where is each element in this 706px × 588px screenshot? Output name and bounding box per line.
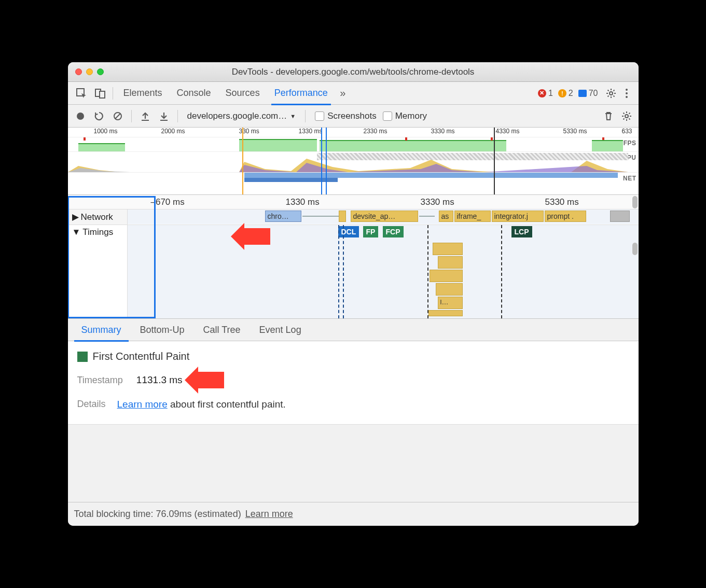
download-icon[interactable] bbox=[156, 108, 172, 124]
divider bbox=[131, 110, 132, 122]
svg-line-9 bbox=[115, 114, 120, 119]
svg-rect-2 bbox=[100, 91, 105, 98]
minimize-window-button[interactable] bbox=[86, 68, 93, 75]
task-block[interactable] bbox=[430, 270, 463, 282]
chevron-down-icon: ▼ bbox=[290, 113, 296, 119]
tracks-ruler: –670 ms 1330 ms 3330 ms 5330 ms bbox=[68, 195, 639, 209]
task-block[interactable] bbox=[428, 310, 463, 316]
task-block[interactable]: l… bbox=[438, 297, 463, 309]
task-block[interactable] bbox=[433, 243, 463, 255]
summary-panel: First Contentful Paint Timestamp 1131.3 … bbox=[68, 341, 639, 424]
network-track-label[interactable]: ▶Network bbox=[68, 209, 128, 225]
divider bbox=[113, 87, 113, 100]
scrollbar-thumb[interactable] bbox=[632, 196, 638, 208]
annotation-arrow bbox=[198, 372, 224, 388]
capture-settings-icon[interactable] bbox=[619, 108, 634, 124]
cpu-track: CPU bbox=[68, 151, 639, 172]
screenshots-checkbox[interactable]: Screenshots bbox=[315, 111, 377, 121]
recording-select-label: developers.google.com… bbox=[187, 111, 287, 121]
overview-pane[interactable]: 1000 ms 2000 ms 330 ms 1330 ms 2330 ms 3… bbox=[68, 128, 639, 195]
timings-track-row: ▼Timings DCL FP FCP LCP l… bbox=[68, 225, 639, 318]
network-item[interactable]: prompt . bbox=[545, 211, 586, 222]
network-item[interactable]: iframe_ bbox=[454, 211, 491, 222]
tab-elements[interactable]: Elements bbox=[116, 82, 170, 105]
tab-call-tree[interactable]: Call Tree bbox=[194, 318, 250, 341]
svg-point-6 bbox=[626, 96, 628, 98]
info-icon bbox=[578, 90, 587, 97]
blocking-time-text: Total blocking time: 76.09ms (estimated) bbox=[74, 509, 241, 520]
trash-icon[interactable] bbox=[600, 108, 617, 124]
error-count: 1 bbox=[548, 89, 553, 98]
details-label: Details bbox=[77, 399, 106, 410]
flame-chart-area[interactable]: –670 ms 1330 ms 3330 ms 5330 ms ▶Network… bbox=[68, 195, 639, 318]
kebab-menu-icon[interactable] bbox=[619, 86, 634, 101]
devtools-tabstrip: Elements Console Sources Performance » ✕… bbox=[68, 82, 639, 105]
warning-icon: ! bbox=[558, 89, 566, 97]
tab-bottom-up[interactable]: Bottom-Up bbox=[131, 318, 194, 341]
devtools-window: DevTools - developers.google.com/web/too… bbox=[68, 62, 639, 526]
scrollbar-thumb[interactable] bbox=[632, 243, 638, 255]
learn-more-link[interactable]: Learn more bbox=[245, 509, 293, 520]
recording-select[interactable]: developers.google.com… ▼ bbox=[183, 111, 300, 121]
tab-event-log[interactable]: Event Log bbox=[250, 318, 311, 341]
titlebar: DevTools - developers.google.com/web/too… bbox=[68, 62, 639, 82]
network-item[interactable]: as bbox=[439, 211, 453, 222]
memory-checkbox[interactable]: Memory bbox=[383, 111, 427, 121]
net-track: NET bbox=[68, 172, 639, 184]
fcp-badge[interactable]: FCP bbox=[383, 226, 404, 237]
network-track-body[interactable]: chro… devsite_ap… as iframe_ integrator.… bbox=[128, 209, 639, 224]
traffic-lights bbox=[75, 68, 104, 75]
tab-console[interactable]: Console bbox=[170, 82, 218, 105]
window-title: DevTools - developers.google.com/web/too… bbox=[232, 67, 475, 77]
device-toggle-icon[interactable] bbox=[92, 85, 108, 102]
warning-count: 2 bbox=[569, 89, 573, 98]
tab-sources[interactable]: Sources bbox=[218, 82, 267, 105]
collapse-icon: ▼ bbox=[72, 227, 81, 237]
network-track-row: ▶Network chro… devsite_ap… as iframe_ in… bbox=[68, 209, 639, 225]
checkbox-icon bbox=[315, 111, 324, 121]
performance-toolbar: developers.google.com… ▼ Screenshots Mem… bbox=[68, 105, 639, 128]
svg-point-12 bbox=[625, 115, 628, 118]
reload-record-button[interactable] bbox=[91, 108, 107, 124]
tab-performance[interactable]: Performance bbox=[267, 82, 335, 105]
empty-area bbox=[68, 424, 639, 502]
learn-more-link[interactable]: Learn more bbox=[117, 399, 168, 410]
settings-icon[interactable] bbox=[603, 86, 619, 101]
record-button[interactable] bbox=[72, 108, 89, 124]
timings-track-body[interactable]: DCL FP FCP LCP l… bbox=[128, 225, 639, 318]
clear-button[interactable] bbox=[109, 108, 126, 124]
close-window-button[interactable] bbox=[75, 68, 82, 75]
task-block[interactable] bbox=[438, 256, 463, 269]
network-item[interactable] bbox=[339, 211, 346, 222]
fp-badge[interactable]: FP bbox=[363, 226, 379, 237]
annotation-arrow bbox=[244, 228, 270, 245]
task-block[interactable] bbox=[436, 283, 463, 296]
maximize-window-button[interactable] bbox=[97, 68, 104, 75]
status-bar: Total blocking time: 76.09ms (estimated)… bbox=[68, 502, 639, 526]
error-icon: ✕ bbox=[538, 89, 546, 97]
event-title: First Contentful Paint bbox=[93, 351, 190, 362]
divider bbox=[177, 110, 178, 122]
details-tabstrip: Summary Bottom-Up Call Tree Event Log bbox=[68, 318, 639, 341]
timings-track-label[interactable]: ▼Timings bbox=[68, 225, 128, 318]
network-item[interactable]: integrator.j bbox=[492, 211, 544, 222]
lcp-badge[interactable]: LCP bbox=[511, 226, 532, 237]
timestamp-value: 1131.3 ms bbox=[136, 374, 183, 386]
inspect-icon[interactable] bbox=[73, 85, 90, 102]
svg-point-3 bbox=[610, 92, 613, 95]
tab-summary[interactable]: Summary bbox=[72, 318, 131, 341]
svg-point-5 bbox=[626, 92, 628, 94]
network-item[interactable] bbox=[610, 211, 630, 222]
console-badges[interactable]: ✕1 !2 70 bbox=[538, 89, 601, 98]
upload-icon[interactable] bbox=[137, 108, 154, 124]
network-item[interactable]: devsite_ap… bbox=[351, 211, 418, 222]
color-swatch bbox=[77, 352, 88, 362]
svg-point-4 bbox=[626, 89, 628, 91]
overview-ruler: 1000 ms 2000 ms 330 ms 1330 ms 2330 ms 3… bbox=[68, 128, 639, 137]
tabs-overflow-button[interactable]: » bbox=[335, 87, 351, 99]
checkbox-icon bbox=[383, 111, 392, 121]
network-item[interactable]: chro… bbox=[265, 211, 301, 222]
svg-point-7 bbox=[77, 113, 84, 120]
dcl-badge[interactable]: DCL bbox=[338, 226, 359, 237]
timestamp-label: Timestamp bbox=[77, 375, 123, 386]
